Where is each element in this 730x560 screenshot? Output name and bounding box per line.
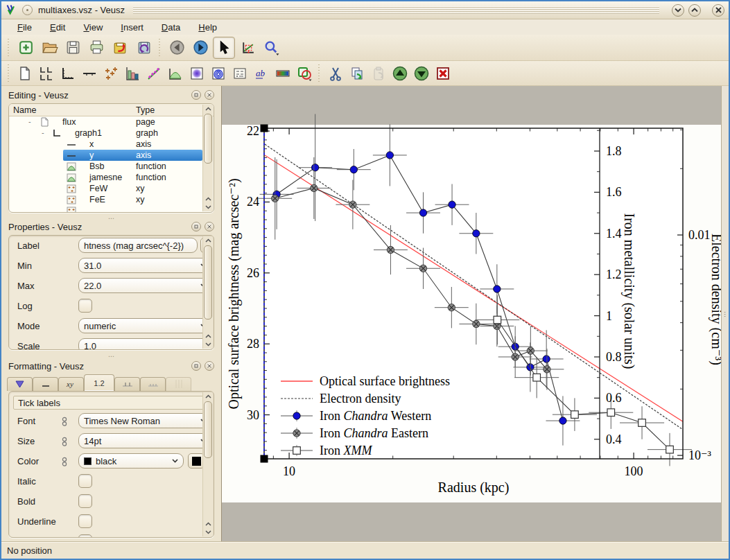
scrollbar-track[interactable] [204,114,212,194]
scrollbar-thumb[interactable] [204,245,212,320]
formatting-tab-major-ticks[interactable] [114,377,140,391]
add-axis-button[interactable] [79,63,99,83]
next-page-button[interactable] [189,37,211,59]
zoom-menu-button[interactable] [260,37,282,59]
scale-input[interactable]: 1.0 [78,338,212,350]
hide-checkbox[interactable] [78,534,92,538]
shade-button[interactable] [672,4,684,17]
scroll-down-button[interactable] [203,203,213,211]
axis-handle[interactable] [261,125,268,132]
maximize-button[interactable] [688,4,701,17]
formatting-tab-axis-line[interactable] [33,377,58,391]
print-document-button[interactable] [85,37,107,59]
previous-page-button[interactable] [166,37,188,59]
toolbar-grip[interactable] [6,39,12,57]
scrollbar-track[interactable] [204,401,212,519]
tree-row-x[interactable]: xaxis [9,139,214,150]
menu-help[interactable]: Help [189,21,226,34]
formatting-scrollbar[interactable] [202,392,213,536]
new-document-button[interactable] [15,37,37,59]
cut-widget-button[interactable] [325,63,345,83]
add-image-button[interactable] [186,63,207,83]
close-panel-button[interactable] [205,90,214,100]
open-document-button[interactable] [38,37,60,59]
tree-row-graph1[interactable]: -graph1graph [9,128,214,139]
formatting-tab-main-triangle[interactable] [7,377,33,391]
add-xy-button[interactable] [101,63,121,83]
add-graph-button[interactable] [58,63,78,83]
font-combo[interactable]: Times New Roman [78,413,212,428]
scrollbar-thumb[interactable] [204,401,212,458]
size-combo[interactable]: 14pt [78,433,212,448]
scroll-up-button[interactable] [203,520,213,528]
toolbar-grip[interactable] [6,64,12,82]
formatting-tab-1.2[interactable]: 1.2 [84,374,114,391]
max-combo[interactable]: 22.0 [78,278,212,293]
add-function-button[interactable] [165,63,185,83]
formatting-tab-grid-lines[interactable] [166,377,191,391]
italic-checkbox[interactable] [78,474,92,488]
canvas-splitter[interactable]: ⋯ [721,86,729,543]
scroll-up-button[interactable] [203,195,213,203]
add-label-button[interactable]: ab [251,63,271,83]
tree-row-y[interactable]: yaxis [9,150,214,161]
close-button[interactable] [712,4,724,17]
zoom-axes-button[interactable] [236,37,259,59]
scroll-down-button[interactable] [203,528,213,536]
float-panel-button[interactable] [191,222,201,231]
scroll-up-button[interactable] [203,332,213,340]
menu-data[interactable]: Data [153,21,189,34]
plot-canvas[interactable]: 1.81.61.41.210.80.60.41010022242628300.0… [221,86,729,543]
menu-edit[interactable]: Edit [41,21,74,34]
add-shape-button[interactable] [294,63,314,83]
tree-row-flux[interactable]: -fluxpage [9,116,214,128]
mode-combo[interactable]: numeric [78,318,212,333]
move-down-button[interactable] [411,63,431,83]
add-colorbar-button[interactable] [272,63,293,83]
menu-file[interactable]: File [8,21,41,34]
float-panel-button[interactable] [191,90,201,100]
tree-row-jamesne[interactable]: jamesnefunction [9,172,214,183]
tree-expander[interactable]: - [42,128,44,137]
close-panel-button[interactable] [205,361,214,371]
tree-row-partial[interactable] [9,205,214,213]
tree-row-FeW[interactable]: FeWxy [9,183,214,194]
scrollbar-track[interactable] [204,245,212,331]
plot[interactable]: 1.81.61.41.210.80.60.41010022242628300.0… [222,86,728,543]
min-combo[interactable]: 31.0 [78,258,212,273]
scroll-up-button[interactable] [203,105,213,113]
scrollbar-thumb[interactable] [204,114,212,164]
tree-header[interactable]: Name Type [9,104,214,116]
add-grid-button[interactable] [36,63,56,83]
menu-insert[interactable]: Insert [112,21,153,34]
underline-checkbox[interactable] [78,514,92,528]
formatting-tab-axis-label[interactable]: xy [58,377,84,391]
export-document-button[interactable] [109,37,131,59]
editing-scrollbar[interactable] [202,105,213,211]
scroll-up-button[interactable] [203,392,213,401]
color-combo[interactable]: black [78,453,184,469]
tree-expander[interactable]: - [28,117,31,125]
add-key-button[interactable] [229,63,250,83]
float-panel-button[interactable] [191,361,201,371]
titlebar[interactable]: multiaxes.vsz - Veusz [1,1,729,19]
properties-scrollbar[interactable] [202,236,213,349]
menu-view[interactable]: View [74,21,112,34]
move-up-button[interactable] [390,63,410,83]
bold-checkbox[interactable] [78,494,92,508]
reload-datasets-button[interactable] [132,37,155,59]
tree-row-FeE[interactable]: FeExy [9,194,214,205]
paste-widget-button[interactable] [368,63,388,83]
add-fit-button[interactable] [144,63,164,83]
scroll-up-button[interactable] [203,236,213,245]
label-input[interactable]: htness (mag arcsec^{-2}) [78,238,198,253]
formatting-tab-minor-ticks[interactable] [140,377,166,391]
delete-widget-button[interactable] [433,63,453,83]
window-menu-button[interactable] [22,5,33,15]
log-checkbox[interactable] [78,299,92,313]
scroll-down-button[interactable] [203,340,213,349]
copy-widget-button[interactable] [347,63,367,83]
select-widget-button[interactable] [213,37,235,59]
save-document-button[interactable] [62,37,84,59]
close-panel-button[interactable] [205,222,214,231]
